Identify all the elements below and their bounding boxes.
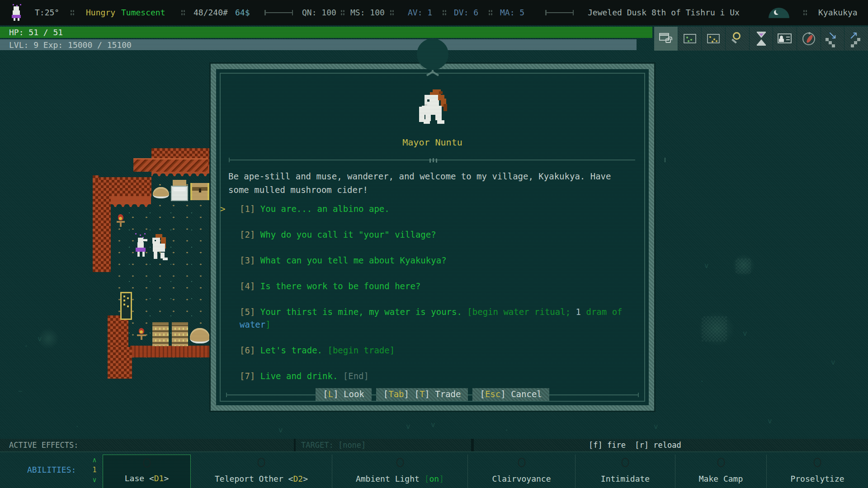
stat-av: AV: 1 — [408, 0, 432, 25]
abilities-page-up[interactable]: ∧ — [90, 455, 99, 465]
cooldown-circle — [622, 458, 629, 467]
moon-phase-icon — [769, 8, 789, 18]
cooldown-circle — [258, 458, 265, 467]
map-building — [152, 322, 169, 346]
wait-hourglass-icon[interactable] — [750, 27, 773, 51]
ability-ambient-light[interactable]: Ambient Light [on] — [332, 455, 468, 488]
option-text: ] — [265, 319, 270, 329]
game-screen: · v v v · v · v v v · ~ · v v · · v T:25… — [0, 0, 868, 488]
ability-name: Make Camp — [675, 474, 766, 483]
option-key: [1] — [240, 204, 260, 214]
dialog-inner: Mayor Nuntu Be ape-still and muse, wande… — [216, 69, 649, 405]
grass-decoration: v — [654, 422, 658, 431]
grass-decoration: v — [743, 329, 747, 338]
cancel-button[interactable]: [Esc] Cancel — [472, 388, 549, 401]
option-text: Let's trade. — [260, 345, 328, 355]
ability-proselytize[interactable]: Proselytize — [767, 455, 868, 488]
ability-name: Proselytize — [767, 474, 868, 483]
option-key: [6] — [240, 345, 260, 355]
abilities-page-down[interactable]: ∨ — [90, 475, 99, 485]
ability-intimidate[interactable]: Intimidate — [576, 455, 675, 488]
dialog-title: Mayor Nuntu — [216, 137, 649, 148]
xp-bar: LVL: 9 Exp: 15000 / 15100 — [0, 39, 637, 50]
grass-decoration: · — [24, 342, 28, 350]
map-wall — [93, 175, 99, 181]
grass-decoration: · — [75, 422, 80, 431]
map-wall — [108, 315, 128, 350]
map-wall — [108, 347, 132, 379]
dialog-option-2[interactable]: [2] Why do you call it "your" village? — [229, 228, 638, 241]
compass-icon[interactable] — [797, 27, 821, 51]
status-hungry: Hungry — [86, 0, 115, 25]
mayor-nuntu-portrait — [414, 88, 452, 128]
temperature: T:25° — [35, 0, 59, 25]
stat-qn: QN: 100 — [302, 0, 336, 25]
dialog-option-4[interactable]: [4] Is there work to be found here? — [229, 280, 638, 292]
map-wall — [93, 177, 111, 272]
option-text: Is there work to be found here? — [260, 281, 421, 291]
option-key: [7] — [240, 371, 260, 381]
tree-ornament — [413, 37, 452, 78]
grass-decoration: · — [700, 377, 704, 385]
map-wall-arches — [108, 196, 151, 207]
option-text: [begin water ritual; — [467, 307, 576, 317]
grass-decoration: v — [38, 334, 42, 343]
hp-bar-label: HP: 51 / 51 — [9, 28, 63, 37]
carry-weight: 48/240# — [193, 0, 228, 25]
cooldown-circle — [396, 458, 404, 467]
abilities-bar: ABILITIES: ∧ 1 ∨ Lase <D1>Teleport Other… — [0, 451, 868, 488]
world-map-icon[interactable] — [702, 27, 725, 51]
ability-name: Lase <D1> — [103, 474, 190, 483]
option-text: Why do you call it "your" village? — [260, 230, 436, 239]
dialog-option-7[interactable]: [7] Live and drink. [End] — [229, 370, 638, 382]
map-bed — [171, 180, 188, 203]
divider-slider — [545, 10, 574, 15]
dialog-option-5[interactable]: [5] Your thirst is mine, my water is you… — [229, 305, 638, 331]
map-wall-band — [130, 346, 219, 357]
conversation-dialog: Mayor Nuntu Be ape-still and muse, wande… — [209, 62, 656, 412]
ability-lase[interactable]: Lase <D1> — [103, 455, 191, 488]
dialog-options: >[1] You are... an albino ape.[2] Why do… — [229, 202, 638, 395]
stairs-up-icon[interactable]: ↗ — [844, 27, 868, 51]
grass-decoration: v — [431, 420, 435, 429]
top-status-bar: T:25° Hungry Tumescent 48/240# 64$ QN: 1… — [0, 0, 868, 25]
dialog-option-3[interactable]: [3] What can you tell me about Kyakukya? — [229, 254, 638, 267]
look-button[interactable]: [L] Look — [316, 388, 372, 401]
option-text: dram of — [581, 307, 623, 317]
separator-dots — [70, 9, 74, 16]
grass-decoration: v — [768, 417, 772, 425]
dialog-option-1[interactable]: >[1] You are... an albino ape. — [229, 202, 638, 215]
ability-teleport-other[interactable]: Teleport Other <D2> — [191, 455, 332, 488]
search-icon[interactable] — [726, 27, 749, 51]
ability-name: Intimidate — [576, 474, 675, 483]
ability-clairvoyance[interactable]: Clairvoyance — [468, 455, 576, 488]
cooldown-circle — [518, 458, 525, 467]
option-text: What can you tell me about Kyakukya? — [260, 255, 447, 265]
money: 64$ — [235, 0, 250, 25]
map-table-dome — [153, 187, 169, 198]
game-datetime: Jeweled Dusk 8th of Tishru i Ux — [588, 0, 740, 25]
option-text: water — [240, 319, 265, 329]
ability-make-camp[interactable]: Make Camp — [675, 455, 767, 488]
stairs-down-icon[interactable]: ↘ — [821, 27, 844, 51]
mayor-nuntu-sprite — [150, 234, 171, 262]
abilities-label: ABILITIES: — [27, 465, 76, 474]
status-tumescent: Tumescent — [121, 0, 165, 25]
option-text: [End] — [343, 371, 369, 381]
separator-dots — [390, 9, 394, 16]
active-effects-label: ACTIVE EFFECTS: — [9, 439, 79, 451]
dialog-divider — [230, 160, 635, 160]
trade-button[interactable]: [Tab] [T] Trade — [376, 388, 468, 401]
player-portrait-icon — [10, 4, 25, 21]
dialog-option-6[interactable]: [6] Let's trade. [begin trade] — [229, 344, 638, 357]
abilities-pager: ∧ 1 ∨ — [90, 455, 99, 485]
option-text: Your thirst is mine, my water is yours. — [260, 307, 467, 317]
separator-dots — [488, 9, 492, 16]
grass-decoration: v — [831, 358, 835, 366]
character-sheet-icon[interactable] — [773, 27, 797, 51]
weapon-hotkey-hints: [f] fire [r] reload — [589, 439, 681, 451]
stat-dv: DV: 6 — [454, 0, 478, 25]
local-map-icon[interactable] — [678, 27, 702, 51]
interface-lock-icon[interactable] — [654, 27, 678, 51]
map-building — [172, 322, 188, 346]
